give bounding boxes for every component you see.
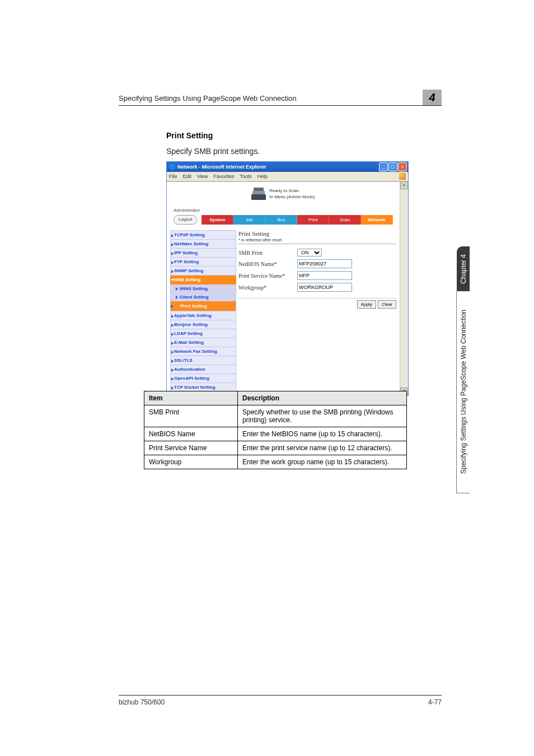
cell-desc: Enter the print service name (up to 12 c… xyxy=(238,441,407,455)
sidebar-item-networkfax[interactable]: Network Fax Setting xyxy=(170,347,236,356)
menu-tools[interactable]: Tools xyxy=(240,174,251,179)
sidebar-item-ldap[interactable]: LDAP Setting xyxy=(170,329,236,338)
cell-desc: Enter the NetBIOS name (up to 15 charact… xyxy=(238,427,407,441)
sub-item-print[interactable]: Print Setting xyxy=(171,301,236,311)
tab-network[interactable]: Network xyxy=(361,215,393,225)
window-title: Network - Microsoft Internet Explorer xyxy=(177,164,266,170)
sidebar-item-authentication[interactable]: Authentication xyxy=(170,365,236,374)
label-print-service: Print Service Name* xyxy=(238,273,297,279)
input-workgroup[interactable] xyxy=(297,283,352,292)
side-tab-section: Specifying Settings Using PageScope Web … xyxy=(456,291,470,493)
tab-job[interactable]: Job xyxy=(233,215,265,225)
sub-item-client[interactable]: Client Setting xyxy=(176,293,236,301)
user-role-label: Administrator xyxy=(174,208,396,213)
screenshot-window: 🌐 Network - Microsoft Internet Explorer … xyxy=(166,161,409,396)
sidebar-item-tcpip[interactable]: TCP/IP Setting xyxy=(170,230,236,240)
footer-model: bizhub 750/600 xyxy=(119,698,165,706)
table-row: Print Service Name Enter the print servi… xyxy=(144,441,407,455)
sidebar-smb-sub: WINS Setting Client Setting Print Settin… xyxy=(170,284,236,311)
menu-file[interactable]: File xyxy=(169,174,177,179)
document-page: Specifying Settings Using PageScope Web … xyxy=(0,0,534,756)
tab-print[interactable]: Print xyxy=(297,215,329,225)
section-description: Specify SMB print settings. xyxy=(166,147,260,156)
label-workgroup: Workgroup* xyxy=(238,284,297,291)
menu-edit[interactable]: Edit xyxy=(183,174,192,179)
maximize-icon[interactable]: ▢ xyxy=(388,162,397,171)
sidebar-item-appletalk[interactable]: AppleTalk Setting xyxy=(170,311,236,320)
ie-app-icon: 🌐 xyxy=(169,164,175,170)
cell-item: NetBIOS Name xyxy=(144,427,238,441)
panel-divider xyxy=(238,244,396,244)
table-row: NetBIOS Name Enter the NetBIOS name (up … xyxy=(144,427,407,441)
panel-note: * is reflected after reset. xyxy=(238,237,396,242)
table-header-row: Item Description xyxy=(144,391,407,405)
window-titlebar: 🌐 Network - Microsoft Internet Explorer … xyxy=(167,162,408,172)
logout-button[interactable]: Logout xyxy=(174,215,197,225)
tab-box[interactable]: Box xyxy=(265,215,297,225)
label-netbios-name: NetBIOS Name* xyxy=(238,261,297,267)
sidebar-item-bonjour[interactable]: Bonjour Setting xyxy=(170,320,236,329)
menu-favorites[interactable]: Favorites xyxy=(213,174,234,179)
cell-item: SMB Print xyxy=(144,405,238,427)
menu-view[interactable]: View xyxy=(197,174,208,179)
running-header: Specifying Settings Using PageScope Web … xyxy=(119,94,297,102)
table-row: SMB Print Specify whether to use the SMB… xyxy=(144,405,407,427)
printer-icon xyxy=(251,188,266,200)
side-tab-chapter: Chapter 4 xyxy=(457,246,470,291)
panel-title: Print Setting xyxy=(238,230,396,237)
side-section-text: Specifying Settings Using PageScope Web … xyxy=(460,310,467,474)
cell-desc: Specify whether to use the SMB printing … xyxy=(238,405,407,427)
sidebar-item-email[interactable]: E-Mail Setting xyxy=(170,338,236,347)
clear-button[interactable]: Clear xyxy=(378,300,396,309)
label-smb-print: SMB Print xyxy=(238,250,297,256)
apply-button[interactable]: Apply xyxy=(357,300,376,309)
browser-menubar: File Edit View Favorites Tools Help xyxy=(167,172,408,181)
side-chapter-text: Chapter 4 xyxy=(460,254,467,284)
input-netbios-name[interactable] xyxy=(297,259,352,268)
section-title: Print Setting xyxy=(166,131,213,140)
close-icon[interactable]: × xyxy=(398,162,407,171)
tab-scan[interactable]: Scan xyxy=(329,215,361,225)
sidebar-item-snmp[interactable]: SNMP Setting xyxy=(170,267,236,276)
network-sidebar: TCP/IP Setting NetWare Setting IPP Setti… xyxy=(170,230,236,392)
footer-page: 4-77 xyxy=(428,698,442,706)
settings-panel: Print Setting * is reflected after reset… xyxy=(238,230,396,392)
sidebar-item-openapi[interactable]: OpenAPI Setting xyxy=(170,374,236,383)
header-rule xyxy=(119,105,442,106)
tab-system[interactable]: System xyxy=(202,215,233,225)
vertical-scrollbar[interactable]: ▴ ▾ xyxy=(400,181,408,395)
status-ready: Ready to Scan xyxy=(269,188,315,193)
sidebar-item-netware[interactable]: NetWare Setting xyxy=(170,240,236,249)
menu-help[interactable]: Help xyxy=(257,174,268,179)
ie-throbber-icon xyxy=(399,173,406,180)
cell-item: Workgroup xyxy=(144,455,238,469)
header-item: Item xyxy=(144,391,238,405)
footer-rule xyxy=(119,695,442,696)
cell-item: Print Service Name xyxy=(144,441,238,455)
sidebar-item-ssltls[interactable]: SSL/TLS xyxy=(170,356,236,365)
sidebar-item-ipp[interactable]: IPP Setting xyxy=(170,249,236,258)
status-mode: In Menu (Admin Mode) xyxy=(269,194,315,199)
minimize-icon[interactable]: _ xyxy=(379,162,388,171)
table-row: Workgroup Enter the work group name (up … xyxy=(144,455,407,469)
header-description: Description xyxy=(238,391,407,405)
sidebar-item-ftp[interactable]: FTP Setting xyxy=(170,258,236,267)
sub-item-wins[interactable]: WINS Setting xyxy=(176,284,236,293)
chapter-badge: 4 xyxy=(423,90,442,105)
description-table: Item Description SMB Print Specify wheth… xyxy=(144,391,407,469)
scroll-up-icon[interactable]: ▴ xyxy=(400,181,408,189)
sidebar-item-smb[interactable]: SMB Setting xyxy=(170,276,236,284)
cell-desc: Enter the work group name (up to 15 char… xyxy=(238,455,407,469)
select-smb-print[interactable]: ON xyxy=(297,249,322,256)
input-print-service[interactable] xyxy=(297,271,352,280)
